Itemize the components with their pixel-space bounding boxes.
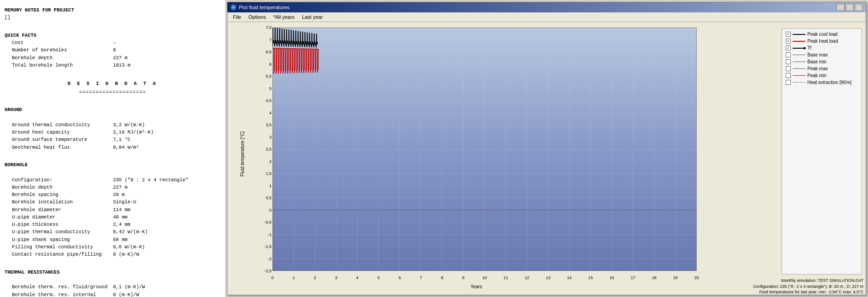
ghf-label: Geothermal heat flux — [12, 144, 113, 151]
legend-line-peak-min — [793, 75, 806, 76]
legend-checkbox-base-min[interactable] — [786, 59, 791, 64]
config-value: 235 ("8 : 2 x 4 rectangle" — [113, 176, 221, 184]
legend-checkbox-peak-max[interactable] — [786, 66, 791, 71]
close-button[interactable]: ✕ — [855, 4, 863, 11]
x-tick-label: 0 — [271, 275, 273, 280]
bs-value: 20 m — [113, 191, 221, 198]
bi-value: Single-U — [113, 198, 221, 206]
x-tick-label: 6 — [398, 275, 401, 280]
y-tick-label: -2 — [268, 257, 272, 261]
x-tick-label: 19 — [673, 275, 678, 280]
design-data-underline: ==================== — [5, 89, 221, 96]
cost-value: – — [113, 39, 221, 46]
legend-checkbox-cool[interactable]: ✓ — [786, 32, 791, 37]
legend-line-peak-max — [793, 68, 806, 69]
right-panel: Plot fluid temperatures ─ □ ✕ File Optio… — [225, 0, 868, 297]
y-tick-label: 0 — [269, 208, 272, 213]
ghf-value: 0,04 W/m² — [113, 144, 221, 151]
chart-plot-area — [272, 28, 697, 271]
legend-checkbox-heat-extract[interactable] — [786, 80, 791, 85]
x-tick-label: 14 — [567, 275, 572, 280]
x-tick-label: 10 — [482, 275, 487, 280]
ground-title: GROUND — [5, 106, 221, 113]
chart-tick-area: 7,576,565,554,543,532,521,510,50-0,5-1-1… — [256, 28, 697, 280]
x-tick-label: 9 — [462, 275, 465, 280]
legend-checkbox-heat[interactable]: ✓ — [786, 39, 791, 44]
x-tick-label: 12 — [525, 275, 529, 280]
x-tick-label: 11 — [504, 275, 508, 280]
ftc-label: Filling thermal conductivity — [12, 243, 113, 251]
memory-notes-title: MEMORY NOTES FOR PROJECT — [5, 6, 221, 14]
num-boreholes-label: Number of boreholes — [12, 46, 113, 54]
left-panel: MEMORY NOTES FOR PROJECT [] QUICK FACTS … — [0, 0, 225, 297]
y-tick-label: 2,5 — [266, 147, 272, 151]
legend-checkbox-peak-min[interactable] — [786, 73, 791, 78]
tri-value: 0 (m·K)/W — [113, 291, 221, 297]
y-tick-label: 4 — [269, 111, 272, 115]
legend-checkbox-base-max[interactable] — [786, 52, 791, 57]
bd-value: 227 m — [113, 184, 221, 191]
x-tick-label: 20 — [694, 275, 699, 280]
legend-label-heat: Peak heat load — [807, 39, 838, 44]
legend-label-cool: Peak cool load — [807, 32, 838, 37]
legend-label-base-min: Base min — [807, 59, 827, 64]
bottom-info: Monthly simulation: TEST SIMULATION.DAT … — [753, 278, 863, 295]
legend-line-base-min — [793, 62, 806, 62]
gst-label: Ground surface temperature — [12, 136, 113, 143]
legend-line-base-max — [793, 55, 806, 55]
gtc-value: 3,2 W/(m·K) — [113, 121, 221, 129]
legend-label-base-max: Base max — [807, 52, 828, 57]
legend-item-base-min: Base min — [786, 59, 858, 64]
y-tick-label: -2,5 — [264, 269, 272, 273]
y-tick-label: -1 — [268, 232, 272, 237]
menu-last-year[interactable]: Last year — [298, 13, 326, 21]
legend-item-base-max: Base max — [786, 52, 858, 57]
title-bar-buttons: ─ □ ✕ — [836, 4, 863, 11]
y-tick-label: -1,5 — [264, 244, 272, 249]
x-tick-label: 16 — [609, 275, 614, 280]
gst-value: 7,1 °C — [113, 136, 221, 143]
trfg-label: Borehole therm. res. fluid/ground — [12, 283, 113, 291]
ghc-label: Ground heat capacity — [12, 129, 113, 136]
ghc-value: 2,16 MJ/(m³·K) — [113, 129, 221, 136]
y-tick-label: 1,5 — [266, 171, 272, 176]
menu-file[interactable]: File — [229, 13, 245, 21]
title-bar: Plot fluid temperatures ─ □ ✕ — [227, 2, 866, 12]
x-axis-label: Years — [256, 284, 697, 289]
y-tick-label: 3 — [269, 135, 272, 140]
chart-svg — [272, 28, 697, 271]
menu-all-years[interactable]: *All years — [270, 13, 298, 21]
config-label: Configuration: — [12, 176, 113, 184]
bdiam-value: 114 mm — [113, 206, 221, 213]
minimize-button[interactable]: ─ — [836, 4, 845, 11]
restore-button[interactable]: □ — [845, 4, 854, 11]
legend-line-heat — [793, 41, 806, 42]
memory-notes-value: [] — [5, 14, 221, 21]
menu-options[interactable]: Options — [245, 13, 270, 21]
window-title: Plot fluid temperatures — [239, 5, 289, 10]
x-tick-label: 18 — [652, 275, 657, 280]
cost-label: Cost — [12, 39, 113, 46]
y-tick-label: -0,5 — [264, 220, 272, 224]
x-tick-label: 4 — [356, 275, 358, 280]
legend-line-tf: ▶ — [793, 48, 806, 49]
x-tick-label: 3 — [335, 275, 337, 280]
num-boreholes-value: 8 — [113, 46, 221, 54]
y-tick-label: 0,5 — [266, 196, 272, 200]
y-tick-container: 7,576,565,554,543,532,521,510,50-0,5-1-1… — [256, 28, 272, 271]
bottom-line2: Configuration: 235 ("8 : 2 x 4 rectangle… — [753, 284, 863, 290]
legend-line-cool — [793, 34, 806, 35]
plot-window: Plot fluid temperatures ─ □ ✕ File Optio… — [227, 2, 866, 295]
y-tick-label: 4,5 — [266, 98, 272, 103]
upss-label: U-pipe shank spacing — [12, 236, 113, 243]
legend-checkbox-tf[interactable]: ✓ — [786, 45, 791, 50]
legend-item-peak-max: Peak max — [786, 66, 858, 71]
upd-label: U-pipe diameter — [12, 213, 113, 221]
upt-label: U-pipe thickness — [12, 221, 113, 228]
bi-label: Borehole installation — [12, 198, 113, 206]
x-tick-label: 13 — [546, 275, 550, 280]
total-borehole-value: 1813 m — [113, 62, 221, 69]
x-tick-label: 8 — [441, 275, 443, 280]
bs-label: Borehole spacing — [12, 191, 113, 198]
y-tick-label: 7,5 — [266, 25, 272, 30]
